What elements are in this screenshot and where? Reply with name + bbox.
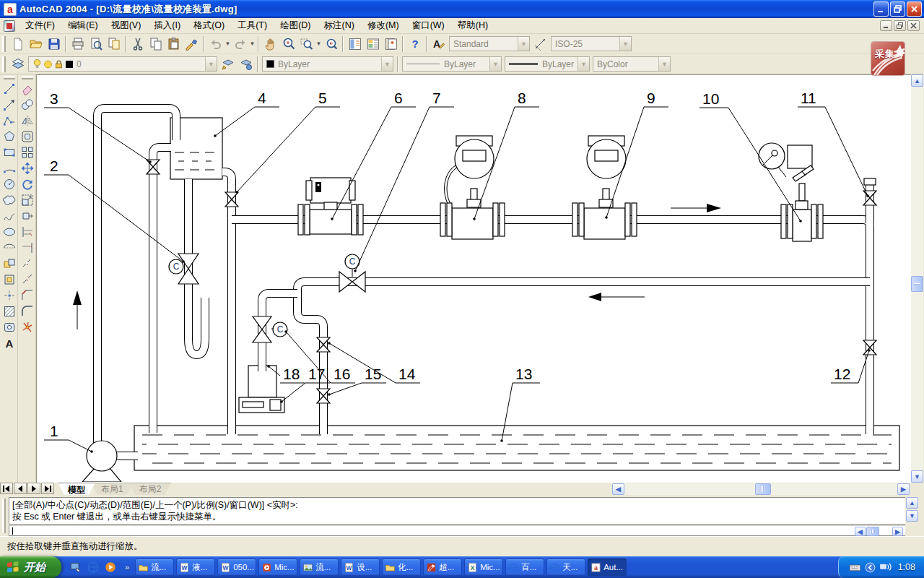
task-button-10[interactable]: 百... <box>505 558 544 576</box>
menu-dimension[interactable]: 标注(N) <box>318 17 361 34</box>
command-vscrollbar[interactable]: ▲ ▼ <box>906 497 918 536</box>
hide-icons-icon[interactable] <box>864 561 876 574</box>
erase-tool[interactable] <box>19 81 35 97</box>
chevron-down-icon[interactable]: ▼ <box>619 37 631 51</box>
linetype-combo[interactable]: ByLayer ▼ <box>402 56 502 72</box>
dim-style-combo[interactable]: ISO-25 ▼ <box>551 36 632 51</box>
polyline-tool[interactable] <box>1 113 17 129</box>
scale-tool[interactable] <box>19 192 35 208</box>
print-preview-button[interactable] <box>87 35 105 53</box>
layers-icon[interactable] <box>9 56 27 73</box>
start-button[interactable]: 开始 <box>0 556 61 578</box>
spline-tool[interactable] <box>1 208 17 224</box>
rotate-tool[interactable] <box>19 176 35 192</box>
tab-布局1[interactable]: 布局1 <box>91 483 134 495</box>
task-button-6[interactable]: W设... <box>341 558 380 576</box>
task-button-7[interactable]: 化... <box>382 558 421 576</box>
open-file-button[interactable] <box>27 35 45 53</box>
zoom-previous-button[interactable] <box>322 35 340 53</box>
region-tool[interactable] <box>1 319 17 335</box>
toolbar-grip[interactable] <box>2 56 6 72</box>
arc-tool[interactable] <box>1 160 17 176</box>
pan-realtime-button[interactable] <box>261 35 279 53</box>
revcloud-tool[interactable] <box>1 192 17 208</box>
mdi-restore-button[interactable] <box>894 20 906 31</box>
new-file-button[interactable] <box>9 35 27 53</box>
task-button-8[interactable]: 超... <box>423 558 462 576</box>
taskbar-clock[interactable]: 1:08 <box>898 562 915 572</box>
chevron-down-icon[interactable]: ▼ <box>381 57 393 71</box>
copy-clip-button[interactable] <box>147 35 165 53</box>
menu-format[interactable]: 格式(O) <box>187 17 231 34</box>
menu-insert[interactable]: 插入(I) <box>147 17 187 34</box>
save-file-button[interactable] <box>45 35 63 53</box>
chevron-down-icon[interactable]: ▼ <box>518 37 529 51</box>
network-volume-icon[interactable] <box>879 561 892 574</box>
mirror-tool[interactable] <box>19 113 35 129</box>
toolbar-grip[interactable] <box>2 36 6 52</box>
stretch-tool[interactable] <box>19 208 35 224</box>
circle-tool[interactable] <box>1 176 17 192</box>
menu-view[interactable]: 视图(V) <box>105 17 148 34</box>
last-tab-button[interactable] <box>41 483 54 494</box>
hscroll-thumb[interactable] <box>755 483 771 495</box>
help-button[interactable]: ? <box>406 35 424 53</box>
menu-tools[interactable]: 工具(T) <box>231 17 274 34</box>
redo-button[interactable] <box>231 35 249 53</box>
command-window[interactable]: [全部(A)/中心点(C)/动态(D)/范围(E)/上一个(P)/比例(S)/窗… <box>0 496 924 536</box>
match-properties-button[interactable] <box>183 35 201 53</box>
task-button-9[interactable]: XMic... <box>464 558 503 576</box>
menu-file[interactable]: 文件(F) <box>19 17 61 34</box>
drawing-file-icon[interactable] <box>4 20 15 32</box>
scroll-left-icon[interactable]: ◀ <box>612 483 624 495</box>
redo-dropdown-icon[interactable]: ▼ <box>249 35 256 53</box>
offset-tool[interactable] <box>19 129 35 144</box>
multiline-text-tool[interactable]: A <box>1 335 17 351</box>
construction-line-tool[interactable] <box>1 97 17 113</box>
tab-布局2[interactable]: 布局2 <box>129 483 172 495</box>
scroll-right-icon[interactable]: ▶ <box>897 483 910 495</box>
print-button[interactable] <box>69 35 87 53</box>
menu-window[interactable]: 窗口(W) <box>406 17 451 34</box>
layer-states-icon[interactable] <box>237 56 255 73</box>
prev-tab-button[interactable] <box>14 483 27 494</box>
scroll-up-icon[interactable]: ▲ <box>906 497 918 509</box>
chevron-down-icon[interactable]: ▼ <box>578 57 589 71</box>
hscroll-thumb[interactable] <box>866 527 879 536</box>
command-history[interactable]: [全部(A)/中心点(C)/动态(D)/范围(E)/上一个(P)/比例(S)/窗… <box>9 497 905 525</box>
array-tool[interactable] <box>19 144 35 160</box>
task-button-4[interactable]: Mic... <box>258 558 297 576</box>
ellipse-arc-tool[interactable] <box>1 240 17 256</box>
scroll-down-icon[interactable]: ▼ <box>911 470 923 483</box>
dim-style-icon[interactable] <box>531 35 549 53</box>
insert-block-tool[interactable] <box>1 256 17 272</box>
media-player-icon[interactable] <box>103 560 118 574</box>
vertical-scrollbar[interactable]: ▲ ▼ <box>911 74 923 483</box>
menu-help[interactable]: 帮助(H) <box>451 17 494 34</box>
properties-palette-button[interactable] <box>346 35 364 53</box>
ellipse-tool[interactable] <box>1 224 17 240</box>
break-tool[interactable] <box>19 272 35 288</box>
text-style-combo[interactable]: Standard ▼ <box>449 36 530 51</box>
restore-button[interactable] <box>890 1 905 17</box>
polygon-tool[interactable] <box>1 129 17 144</box>
zoom-window-button[interactable] <box>297 35 315 53</box>
copy-tool[interactable] <box>19 97 35 113</box>
menu-draw[interactable]: 绘图(D) <box>274 17 317 34</box>
menu-modify[interactable]: 修改(M) <box>361 17 406 34</box>
command-hscrollbar[interactable]: ◀ ▶ <box>855 527 904 536</box>
layer-previous-icon[interactable] <box>219 56 237 73</box>
internet-explorer-icon[interactable] <box>86 560 100 574</box>
rectangle-tool[interactable] <box>1 144 17 160</box>
command-window-grip[interactable] <box>2 499 6 533</box>
task-button-3[interactable]: W050... <box>217 558 256 576</box>
mdi-minimize-button[interactable] <box>880 20 892 31</box>
mdi-close-button[interactable] <box>907 20 920 31</box>
task-button-12[interactable]: aAut... <box>588 558 627 576</box>
task-button-1[interactable]: 流... <box>135 558 174 576</box>
move-tool[interactable] <box>19 160 35 176</box>
zoom-window-dropdown-icon[interactable]: ▼ <box>315 35 322 53</box>
text-style-icon[interactable]: A <box>430 35 448 53</box>
first-tab-button[interactable] <box>0 483 13 494</box>
chevron-down-icon[interactable]: ▼ <box>489 57 501 71</box>
